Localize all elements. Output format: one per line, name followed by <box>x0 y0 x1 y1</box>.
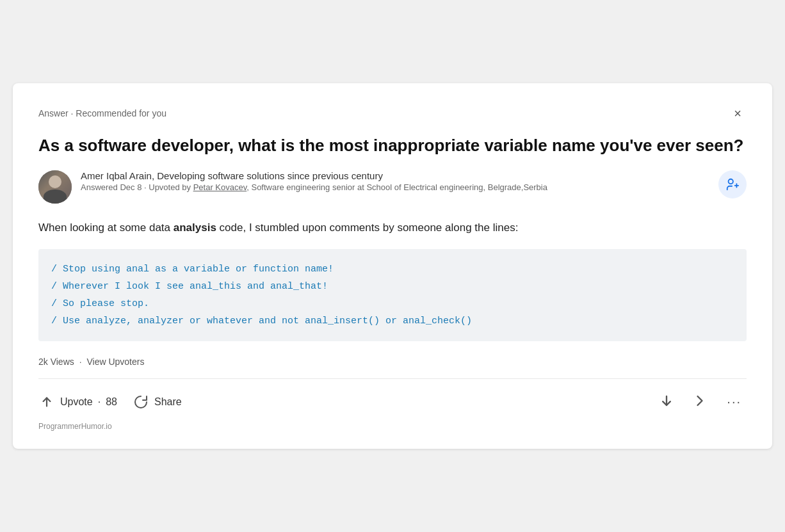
author-row: Amer Iqbal Arain, Developing software so… <box>38 170 747 204</box>
more-button[interactable]: ··· <box>722 392 747 412</box>
question-title: As a software developer, what is the mos… <box>38 135 747 157</box>
follow-icon <box>725 177 740 191</box>
footer-brand: ProgrammerHumor.io <box>38 422 747 431</box>
avatar-image <box>38 170 72 204</box>
left-actions: Upvote · 88 Share <box>38 394 182 410</box>
share-button[interactable]: Share <box>133 394 182 410</box>
answered-date: Answered Dec 8 <box>81 182 142 192</box>
upvote-count: 88 <box>106 396 117 408</box>
answer-outro: code, I stumbled upon comments by someon… <box>216 222 519 234</box>
answer-bold: analysis <box>174 222 216 234</box>
avatar <box>38 170 72 204</box>
upvote-icon <box>38 394 55 410</box>
author-text: Amer Iqbal Arain, Developing software so… <box>81 170 547 192</box>
actions-row: Upvote · 88 Share <box>38 378 747 414</box>
code-line-1: / Stop using anal as a variable or funct… <box>51 261 734 278</box>
follow-button[interactable] <box>718 170 747 198</box>
dot-divider: · <box>79 357 82 367</box>
right-actions: ··· <box>655 389 747 414</box>
share-icon <box>133 394 149 410</box>
author-name: Amer Iqbal Arain, Developing software so… <box>81 170 547 181</box>
upvoter-title: , Software engineering senior at School … <box>247 182 547 192</box>
code-line-4: / Use analyze, analyzer or whatever and … <box>51 312 734 330</box>
forward-icon <box>691 392 709 410</box>
header-label: Answer · Recommended for you <box>38 108 166 118</box>
close-button[interactable]: × <box>729 104 747 124</box>
downvote-icon <box>658 392 676 410</box>
answer-body: When looking at some data analysis code,… <box>38 219 747 236</box>
code-block: / Stop using anal as a variable or funct… <box>38 249 747 341</box>
share-label: Share <box>154 396 182 408</box>
header-bar: Answer · Recommended for you × <box>38 104 747 124</box>
forward-button[interactable] <box>688 389 711 414</box>
code-line-2: / Wherever I look I see anal_this and an… <box>51 278 734 295</box>
view-upvoters-link[interactable]: View Upvoters <box>86 357 144 367</box>
downvote-button[interactable] <box>655 389 678 414</box>
answer-card: Answer · Recommended for you × As a soft… <box>13 83 772 449</box>
code-line-3: / So please stop. <box>51 295 734 312</box>
upvote-button[interactable]: Upvote · 88 <box>38 394 117 410</box>
author-info: Amer Iqbal Arain, Developing software so… <box>38 170 547 204</box>
views-row: 2k Views · View Upvoters <box>38 357 747 367</box>
author-date: Answered Dec 8 · Upvoted by Petar Kovace… <box>81 182 547 192</box>
upvoted-by: · Upvoted by <box>144 182 191 192</box>
dot-separator: · <box>98 396 101 408</box>
views-count: 2k Views <box>38 357 74 367</box>
svg-point-0 <box>729 179 733 184</box>
upvoter-link[interactable]: Petar Kovacev <box>193 182 247 192</box>
answer-intro: When looking at some data <box>38 222 174 234</box>
upvote-label: Upvote <box>60 396 93 408</box>
